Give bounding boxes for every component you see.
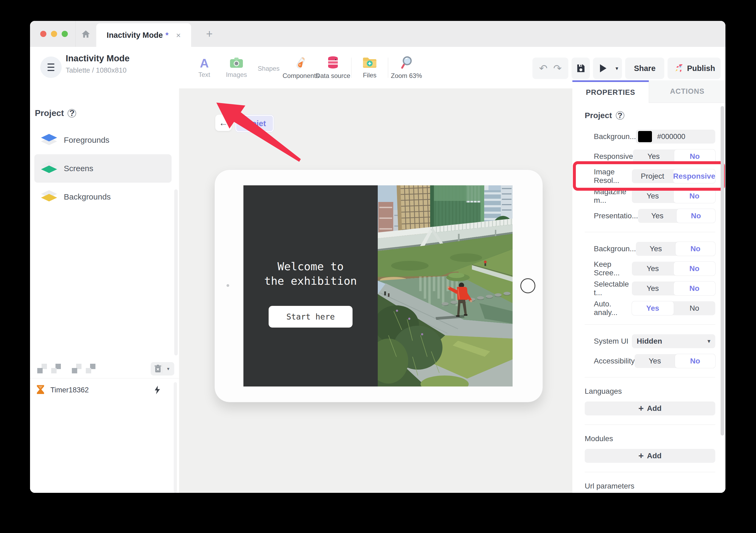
auto-analy-option-yes[interactable]: Yes [632,301,674,315]
preview-split-button[interactable]: ▾ [593,58,622,79]
breadcrumb-project-badge[interactable]: Projet [235,115,274,132]
close-tab-icon[interactable]: × [176,31,181,39]
divider [585,424,715,425]
divider [585,324,715,325]
screenshot-root: Inactivity Mode * × + Inactivity Mode Ta… [0,0,756,533]
toolbar-text-button[interactable]: AText [188,52,220,84]
sidebar-item-screens[interactable]: Screens [34,154,172,183]
accessibility-option-no[interactable]: No [675,354,715,368]
add-modules-button[interactable]: + Add [585,449,715,463]
plus-icon: + [638,451,644,460]
tablet-screen[interactable]: Welcome to the exhibition Start here [243,185,513,387]
publish-label: Publish [687,64,715,73]
menu-button[interactable] [40,57,62,78]
sidebar-item-foregrounds[interactable]: Foregrounds [34,126,172,154]
property-label: Selectable t... [594,280,632,297]
backgroun-option-yes[interactable]: Yes [636,242,676,256]
toolbar-components-button[interactable]: Components [285,52,317,84]
tab-inactivity-mode[interactable]: Inactivity Mode * × [96,23,191,47]
plus-icon: + [638,404,644,413]
back-button[interactable]: ← [215,114,231,131]
presentatio-option-no[interactable]: No [677,209,715,223]
color-swatch[interactable] [637,130,653,143]
bring-forward-button[interactable] [37,364,47,373]
responsive-option-yes[interactable]: Yes [633,149,674,164]
property-row-keep-scree: Keep Scree...YesNo [572,262,715,276]
send-backward-button[interactable] [51,364,61,373]
presentatio-option-yes[interactable]: Yes [638,209,677,223]
foregrounds-layers-icon [40,132,58,149]
divider [30,378,179,378]
toolbar-images-button[interactable]: Images [220,52,253,84]
magazine-m-option-yes[interactable]: Yes [632,189,674,203]
color-value: #000000 [657,133,685,141]
keep-scree-option-yes[interactable]: Yes [632,262,674,276]
responsive-option-no[interactable]: No [674,149,715,164]
keep-scree-option-no[interactable]: No [674,262,716,276]
share-button[interactable]: Share [625,58,664,79]
toolbar-zoom-button[interactable]: Zoom 63% [390,52,422,84]
lightning-icon[interactable] [154,386,161,394]
tablet-home-button [520,278,535,293]
canvas[interactable]: ← Projet Welcome to the exhibition Start… [179,89,572,493]
property-label: System UI [594,337,632,345]
welcome-panel: Welcome to the exhibition Start here [243,185,378,387]
close-window-button[interactable] [40,31,46,37]
trash-x-icon [154,364,162,373]
chevron-down-icon[interactable]: ▾ [162,366,174,372]
sidebar-scrollbar[interactable] [174,190,178,355]
folder-plus-icon [363,57,377,70]
delete-split-button[interactable]: ▾ [151,362,174,375]
image-resol-option-responsive[interactable]: Responsive [673,169,715,183]
send-to-back-button[interactable] [86,364,95,373]
help-icon[interactable]: ? [616,111,624,120]
toolbar-label: Shapes [257,65,279,72]
add-languages-button[interactable]: + Add [585,401,715,416]
property-row-magazine-m: Magazine m...YesNo [572,189,715,203]
image-resol-option-project[interactable]: Project [632,169,673,183]
magazine-m-option-no[interactable]: No [674,189,716,203]
camera-icon [230,57,243,69]
tab-properties[interactable]: PROPERTIES [572,80,649,103]
chevron-down-icon[interactable]: ▾ [615,65,618,71]
property-label: Presentatio... [594,212,638,220]
publish-button[interactable]: Publish [667,58,721,79]
background-color-field[interactable]: #000000 [636,130,715,143]
divider [585,472,715,472]
divider [585,377,715,377]
flask-icon [294,56,308,70]
property-row-auto-analy: Auto. analy...YesNo [572,301,715,315]
selectable-t-option-yes[interactable]: Yes [632,282,674,295]
selectable-t-option-no[interactable]: No [674,282,716,295]
zoom-window-button[interactable] [62,31,68,37]
backgroun-option-no[interactable]: No [676,242,715,256]
tab-actions[interactable]: ACTIONS [649,80,725,103]
timer-label: Timer18362 [50,386,89,394]
section-label-modules: Modules [585,434,725,443]
redo-icon[interactable]: ↷ [553,63,562,74]
home-button[interactable] [75,21,96,47]
toolbar-files-button[interactable]: Files [354,52,386,84]
property-label: Responsive [594,152,633,161]
sidebar-item-backgrounds[interactable]: Backgrounds [34,183,172,211]
auto-analy-option-no[interactable]: No [674,301,716,315]
save-button[interactable] [572,58,590,79]
minimize-window-button[interactable] [51,31,57,37]
list-item-timer[interactable]: Timer18362 [30,383,179,397]
start-here-button[interactable]: Start here [269,306,353,328]
layers-scrollbar[interactable] [174,382,177,493]
tablet-camera-dot [227,284,229,287]
toolbar-shapes-button[interactable]: Shapes [253,52,285,84]
panel-scrollbar[interactable] [721,106,724,436]
toolbar-data-source-button[interactable]: Data source [317,52,349,84]
hamburger-icon [47,63,54,64]
new-tab-button[interactable]: + [200,21,219,47]
help-icon[interactable]: ? [68,109,76,117]
bring-to-front-button[interactable] [72,364,82,373]
header-actions: ↶ ↷ ▾ Share [532,58,721,79]
home-icon [81,29,91,39]
sidebar: Project ? ForegroundsScreensBackgrounds … [30,89,179,493]
undo-icon[interactable]: ↶ [539,63,548,74]
system-ui-select[interactable]: Hidden ▾ [632,334,715,348]
accessibility-option-yes[interactable]: Yes [634,354,675,368]
